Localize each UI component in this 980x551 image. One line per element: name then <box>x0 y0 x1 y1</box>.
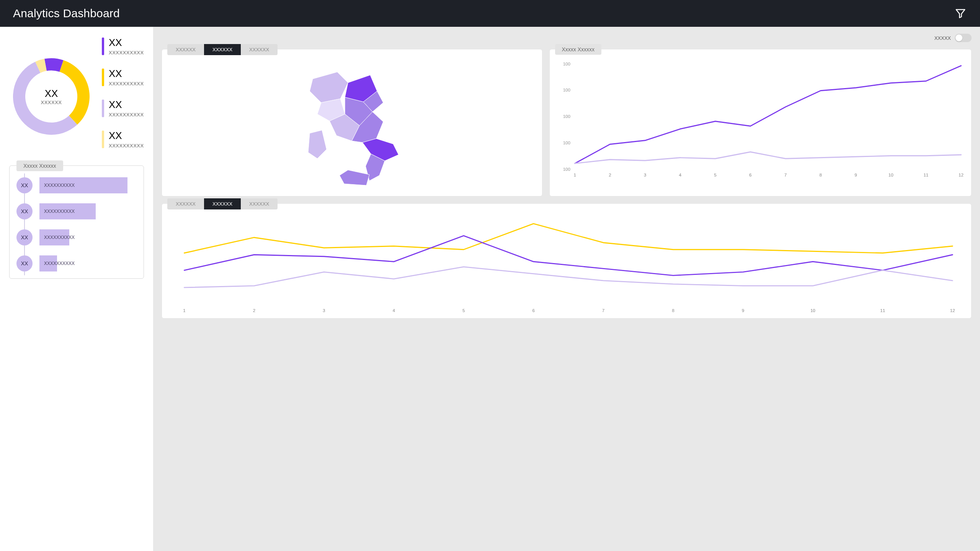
donut-center-sub: XXXXXX <box>41 100 62 105</box>
svg-text:2: 2 <box>609 172 611 177</box>
bar-row: XXXXXXXXXXXX <box>16 177 137 193</box>
svg-text:3: 3 <box>644 172 646 177</box>
bottom-tab[interactable]: XXXXXX <box>204 198 241 209</box>
svg-text:6: 6 <box>532 308 534 313</box>
svg-text:9: 9 <box>742 308 744 313</box>
bar-rect: XXXXXXXXXX <box>39 255 57 271</box>
map-tab[interactable]: XXXXXX <box>241 44 278 55</box>
svg-text:100: 100 <box>563 167 570 172</box>
svg-text:12: 12 <box>959 172 964 177</box>
legend-color <box>102 100 104 117</box>
svg-text:8: 8 <box>672 308 674 313</box>
map-tab[interactable]: XXXXXX <box>204 44 241 55</box>
bar-badge: XX <box>16 229 33 245</box>
svg-text:10: 10 <box>810 308 815 313</box>
display-toggle[interactable] <box>955 34 972 42</box>
svg-text:12: 12 <box>950 308 955 313</box>
sidebar: XX XXXXXX XXXXXXXXXXXXXXXXXXXXXXXXXXXXXX… <box>0 27 153 551</box>
legend-color <box>102 38 104 55</box>
top-line-title: Xxxxx Xxxxxx <box>555 44 602 55</box>
page-title: Analytics Dashboard <box>13 7 120 20</box>
donut-chart: XX XXXXXX <box>9 54 93 139</box>
map-tab[interactable]: XXXXXX <box>167 44 204 55</box>
bottom-line-panel: XXXXXXXXXXXXXXXXXX 123456789101112 <box>162 203 972 319</box>
toggle-label: XXXXX <box>934 35 951 41</box>
svg-text:7: 7 <box>784 172 786 177</box>
svg-text:11: 11 <box>923 172 928 177</box>
bars-card-title: Xxxxx Xxxxxx <box>16 160 63 171</box>
filter-button[interactable] <box>954 7 967 20</box>
bars-card: Xxxxx Xxxxxx XXXXXXXXXXXXXXXXXXXXXXXXXXX… <box>9 165 144 279</box>
svg-text:2: 2 <box>253 308 255 313</box>
donut-center-value: XX <box>45 88 58 100</box>
bar-rect: XXXXXXXXXX <box>39 203 96 219</box>
svg-text:10: 10 <box>888 172 893 177</box>
svg-text:7: 7 <box>602 308 604 313</box>
legend-value: XX <box>109 38 144 47</box>
legend-sub: XXXXXXXXXX <box>109 143 144 149</box>
italy-map <box>294 60 409 187</box>
svg-text:11: 11 <box>880 308 885 313</box>
svg-text:5: 5 <box>462 308 465 313</box>
legend-color <box>102 69 104 86</box>
legend-color <box>102 131 104 148</box>
svg-text:6: 6 <box>749 172 751 177</box>
legend-sub: XXXXXXXXXX <box>109 50 144 56</box>
svg-text:4: 4 <box>393 308 395 313</box>
bottom-tab[interactable]: XXXXXX <box>241 198 278 209</box>
svg-text:5: 5 <box>714 172 716 177</box>
svg-text:1: 1 <box>573 172 576 177</box>
map-tabs: XXXXXXXXXXXXXXXXXX <box>167 44 278 55</box>
legend-value: XX <box>109 69 144 78</box>
bar-row: XXXXXXXXXXXX <box>16 255 137 271</box>
bar-row: XXXXXXXXXXXX <box>16 203 137 219</box>
bar-badge: XX <box>16 255 33 271</box>
bar-rect: XXXXXXXXXX <box>39 177 127 193</box>
map-panel: XXXXXXXXXXXXXXXXXX <box>162 49 542 196</box>
donut-legend: XXXXXXXXXXXXXXXXXXXXXXXXXXXXXXXXXXXXXXXX… <box>102 36 144 149</box>
top-line-panel: Xxxxx Xxxxxx 100100100100100123456789101… <box>549 49 972 196</box>
svg-text:3: 3 <box>323 308 325 313</box>
legend-sub: XXXXXXXXXX <box>109 81 144 87</box>
legend-value: XX <box>109 131 144 141</box>
legend-sub: XXXXXXXXXX <box>109 112 144 118</box>
svg-text:100: 100 <box>563 87 570 92</box>
svg-text:1: 1 <box>183 308 185 313</box>
bar-rect: XXXXXXXXXX <box>39 229 69 245</box>
bottom-tabs: XXXXXXXXXXXXXXXXXX <box>167 198 278 209</box>
app-header: Analytics Dashboard <box>0 0 980 27</box>
legend-item: XXXXXXXXXXXX <box>102 69 144 87</box>
filter-icon <box>955 8 966 19</box>
svg-text:100: 100 <box>563 61 570 66</box>
svg-text:100: 100 <box>563 114 570 119</box>
bottom-tab[interactable]: XXXXXX <box>167 198 204 209</box>
bar-badge: XX <box>16 203 33 219</box>
svg-text:4: 4 <box>679 172 681 177</box>
bar-badge: XX <box>16 177 33 193</box>
legend-item: XXXXXXXXXXXX <box>102 131 144 149</box>
legend-item: XXXXXXXXXXXX <box>102 38 144 56</box>
svg-text:100: 100 <box>563 140 570 145</box>
svg-text:9: 9 <box>854 172 857 177</box>
main: XXXXX XXXXXXXXXXXXXXXXXX Xxxxx Xxxxxx 10… <box>153 27 980 551</box>
svg-text:8: 8 <box>819 172 822 177</box>
legend-item: XXXXXXXXXXXX <box>102 100 144 118</box>
legend-value: XX <box>109 100 144 110</box>
bar-row: XXXXXXXXXXXX <box>16 229 137 245</box>
